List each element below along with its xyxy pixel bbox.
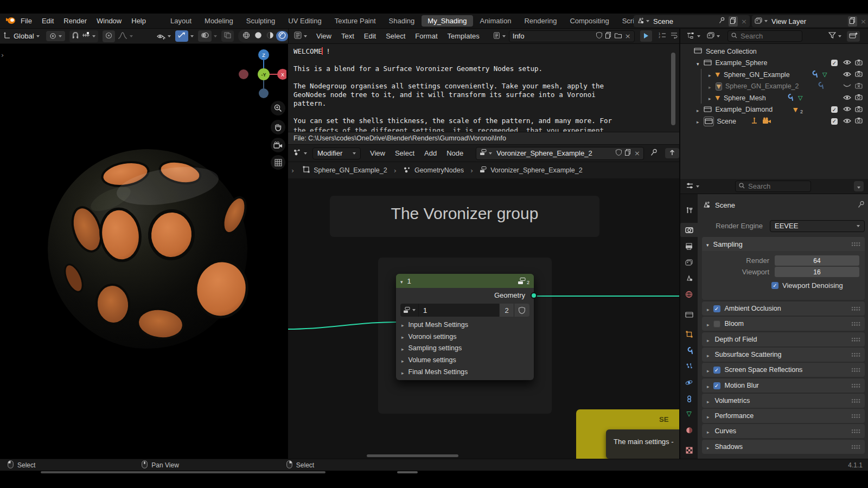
tab-layout[interactable]: Layout xyxy=(164,15,197,27)
render-engine-dropdown[interactable]: EEVEE xyxy=(770,220,865,232)
group-fake-user-shield[interactable] xyxy=(514,304,529,317)
eye-icon[interactable] xyxy=(843,106,851,113)
outliner-item-label[interactable]: Example_Diamond xyxy=(716,106,773,113)
breadcrumb-expand-icon[interactable] xyxy=(291,166,294,175)
tab-modifiers[interactable] xyxy=(680,343,698,357)
camera-disabled-icon[interactable] xyxy=(855,82,863,91)
panel-checkbox[interactable] xyxy=(713,320,720,328)
render-samples-field[interactable]: 64 xyxy=(775,255,859,266)
expand-icon[interactable] xyxy=(697,106,699,114)
proportional-editing-icon[interactable] xyxy=(103,30,115,42)
viewport-samples-field[interactable]: 16 xyxy=(775,267,859,277)
tab-object-data[interactable]: ▽ xyxy=(680,407,698,421)
tab-modeling[interactable]: Modeling xyxy=(199,15,239,27)
drag-grip-icon[interactable] xyxy=(851,306,860,311)
new-collection-button[interactable] xyxy=(847,31,860,42)
pivot-point-button[interactable] xyxy=(46,31,65,41)
collection-checkbox[interactable] xyxy=(831,106,838,113)
tab-animation[interactable]: Animation xyxy=(474,15,518,27)
eye-icon[interactable] xyxy=(843,94,851,102)
outliner-row-sphere-gn-example[interactable]: ▼ Sphere_GN_Example ▽ xyxy=(680,69,868,81)
modifier-wrench-icon[interactable] xyxy=(810,70,818,79)
group-name-field[interactable]: 1 xyxy=(418,304,499,317)
voronizer-group-node[interactable]: 1 2 Geometry 1 2 xyxy=(396,274,534,380)
expand-icon[interactable] xyxy=(697,117,699,125)
camera-visibility-icon[interactable] xyxy=(855,59,863,67)
scene-selector[interactable]: Scene xyxy=(634,15,750,27)
tab-texture[interactable] xyxy=(680,443,698,457)
properties-options-button[interactable] xyxy=(854,181,864,191)
tab-object[interactable] xyxy=(680,327,698,341)
chevron-down-icon[interactable] xyxy=(717,35,720,37)
camera-visibility-icon[interactable] xyxy=(855,106,863,114)
collection-checkbox[interactable] xyxy=(831,60,838,66)
chevron-down-icon[interactable] xyxy=(130,35,133,37)
menu-render[interactable]: Render xyxy=(59,17,92,25)
breadcrumb-tree-name[interactable]: Voronizer_Sphere_Example_2 xyxy=(490,166,583,174)
node-tree-mode-dropdown[interactable]: Modifier xyxy=(312,147,361,159)
outliner-item-label[interactable]: Sphere_GN_Example xyxy=(724,71,790,79)
modifier-wrench-icon[interactable] xyxy=(786,94,793,102)
viewport-canvas[interactable]: Z X -Y xyxy=(0,44,288,459)
panel-ambient-occlusion[interactable]: Ambient Occlusion xyxy=(702,301,865,316)
tab-output[interactable] xyxy=(680,239,698,253)
pin-icon[interactable] xyxy=(719,17,725,25)
camera-visibility-icon[interactable] xyxy=(855,70,863,79)
chevron-down-icon[interactable] xyxy=(36,35,40,37)
section-voronoi-settings[interactable]: Voronoi settings xyxy=(396,331,534,343)
text-editor-type-icon[interactable] xyxy=(294,31,302,41)
close-text-icon[interactable] xyxy=(625,32,631,40)
display-mode-icon[interactable] xyxy=(707,32,714,40)
properties-type-icon[interactable] xyxy=(686,182,694,191)
line-numbers-icon[interactable]: 12 xyxy=(659,32,666,40)
chevron-down-icon[interactable] xyxy=(92,35,95,37)
outliner-item-label[interactable]: Scene Collection xyxy=(706,48,757,55)
outliner-row-example-diamond[interactable]: Example_Diamond ▼ 2 xyxy=(680,104,868,116)
shading-solid-icon[interactable] xyxy=(252,31,264,41)
menu-window[interactable]: Window xyxy=(92,17,126,25)
text-menu-select[interactable]: Select xyxy=(381,32,410,40)
node-header[interactable]: 1 2 xyxy=(396,274,534,288)
drag-grip-icon[interactable] xyxy=(851,414,860,418)
tab-render[interactable] xyxy=(680,223,698,237)
node-tree-name[interactable]: Voronizer_Sphere_Example_2 xyxy=(492,149,616,157)
view-layer-name[interactable]: View Layer xyxy=(768,17,848,25)
expand-icon[interactable] xyxy=(709,70,711,79)
tab-texture-paint[interactable]: Texture Paint xyxy=(329,15,382,27)
text-menu-format[interactable]: Format xyxy=(410,32,442,40)
panel-shadows[interactable]: Shadows xyxy=(702,440,865,454)
chevron-down-icon[interactable] xyxy=(304,35,307,37)
orientation-value[interactable]: Global xyxy=(14,32,34,40)
camera-visibility-icon[interactable] xyxy=(855,94,863,102)
eye-icon[interactable] xyxy=(843,118,851,125)
show-gizmo-icon[interactable] xyxy=(175,30,188,42)
outliner-item-label[interactable]: Sphere_GN_Example_2 xyxy=(725,82,799,90)
remove-view-layer-icon[interactable] xyxy=(860,17,866,25)
collapse-node-icon[interactable] xyxy=(400,277,403,285)
geometry-output-socket[interactable] xyxy=(531,292,537,299)
section-sampling-settings[interactable]: Sampling settings xyxy=(396,343,534,355)
tab-compositing[interactable]: Compositing xyxy=(564,15,615,27)
shading-rendered-icon[interactable] xyxy=(276,31,288,41)
text-menu-view[interactable]: View xyxy=(311,32,336,40)
camera-visibility-icon[interactable] xyxy=(855,117,863,125)
group-datablock-icon-button[interactable] xyxy=(400,304,418,317)
tab-physics[interactable] xyxy=(680,375,698,389)
outliner-item-label[interactable]: Scene xyxy=(717,118,736,125)
tab-scene[interactable] xyxy=(680,271,698,285)
geometry-nodes-data-icon[interactable]: ▽ xyxy=(798,94,802,101)
panel-checkbox[interactable] xyxy=(713,382,720,389)
fake-user-shield-icon[interactable] xyxy=(616,149,622,157)
chevron-down-icon[interactable] xyxy=(696,185,699,188)
tab-view-layer[interactable] xyxy=(680,255,698,269)
title-frame[interactable]: The Voronizer group xyxy=(330,196,599,237)
outliner-row-scene[interactable]: Scene xyxy=(680,115,868,127)
outliner-row-example-sphere[interactable]: Example_Sphere xyxy=(680,57,868,69)
section-final-mesh-settings[interactable]: Final Mesh Settings xyxy=(396,366,534,380)
open-folder-icon[interactable] xyxy=(615,32,622,40)
word-wrap-icon[interactable] xyxy=(671,32,678,40)
panel-bloom[interactable]: Bloom xyxy=(702,317,865,331)
text-datablock-field[interactable]: Info xyxy=(509,30,635,42)
run-script-button[interactable] xyxy=(640,30,652,42)
tab-material[interactable] xyxy=(680,423,698,437)
